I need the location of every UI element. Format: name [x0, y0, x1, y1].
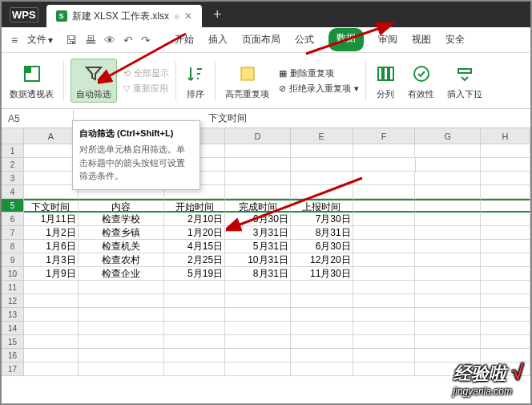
tab-formula[interactable]: 公式	[295, 28, 314, 51]
table-row[interactable]: 81月6日检查机关4月15日5月31日6月30日	[2, 240, 530, 253]
select-all-corner[interactable]	[2, 128, 24, 144]
validation-icon	[412, 61, 431, 87]
header-cell[interactable]: 下文时间	[24, 199, 79, 213]
insert-dropdown-button[interactable]: 插入下拉	[444, 61, 486, 100]
col-header-E[interactable]: E	[291, 128, 353, 144]
document-tab-label: 新建 XLSX 工作表.xlsx	[72, 10, 169, 23]
col-header-A[interactable]: A	[24, 128, 79, 144]
header-cell[interactable]: 内容	[79, 199, 165, 213]
quick-access-toolbar: 🖫 🖶 👁 ↶ ↷	[59, 34, 157, 47]
chevron-down-icon: ▾	[354, 83, 359, 94]
funnel-icon	[84, 61, 103, 87]
table-row[interactable]: 61月11日检查学校2月10日6月30日7月30日	[2, 213, 530, 226]
svg-rect-3	[378, 67, 382, 80]
row-empty[interactable]: 13	[2, 308, 530, 322]
table-row[interactable]: 71月2日检查乡镇1月20日3月31日8月31日	[2, 226, 530, 240]
check-icon: √	[511, 360, 522, 384]
print-icon[interactable]: 🖶	[85, 34, 96, 47]
col-header-D[interactable]: D	[225, 128, 291, 144]
header-cell[interactable]: 开始时间	[164, 199, 225, 213]
show-all-button[interactable]: ⟲全部显示	[123, 67, 169, 79]
tab-data[interactable]: 数据	[328, 28, 364, 51]
pivot-table-button[interactable]: 数据透视表	[6, 61, 57, 100]
insert-dropdown-label: 插入下拉	[447, 88, 482, 100]
ribbon-tabs: 开始 插入 页面布局 公式 数据 审阅 视图 安全	[175, 28, 465, 51]
separator	[365, 61, 366, 101]
sort-button[interactable]: 排序	[183, 61, 208, 100]
tooltip-body: 对所选单元格启用筛选。单击标题中的箭头按钮可设置筛选条件。	[79, 143, 193, 183]
svg-rect-5	[389, 67, 393, 80]
delete-dup-button[interactable]: ▦删除重复项	[279, 67, 359, 79]
tab-home[interactable]: 开始	[175, 28, 194, 51]
tab-view[interactable]: 视图	[412, 28, 431, 51]
reapply-icon: ▽	[123, 83, 130, 94]
autofilter-tooltip: 自动筛选 (Ctrl+Shift+L) 对所选单元格启用筛选。单击标题中的箭头按…	[72, 120, 200, 190]
xlsx-icon: S	[56, 10, 67, 22]
tab-pagelayout[interactable]: 页面布局	[242, 28, 280, 51]
close-tab-icon[interactable]: ✕	[184, 10, 192, 22]
text-to-columns-button[interactable]: 分列	[373, 61, 398, 100]
redo-icon[interactable]: ↷	[141, 34, 151, 47]
pivot-label: 数据透视表	[10, 88, 54, 100]
title-bar: WPS S 新建 XLSX 工作表.xlsx ⟐ ✕ +	[2, 2, 530, 27]
tab-insert[interactable]: 插入	[208, 28, 228, 51]
filter-sub-buttons: ⟲全部显示 ▽重新应用	[123, 67, 169, 95]
sort-icon	[186, 61, 205, 87]
row-empty[interactable]: 16	[2, 349, 530, 362]
columns-icon	[376, 61, 395, 87]
col-header-H[interactable]: H	[481, 128, 530, 144]
delete-dup-icon: ▦	[279, 68, 287, 79]
ribbon: 数据透视表 自动筛选 ⟲全部显示 ▽重新应用 排序 高亮重复项 ▦删除重复项 ⊘…	[2, 53, 530, 109]
autofilter-label: 自动筛选	[76, 88, 111, 100]
watermark: 经验啦 √ jingyanla.com	[453, 360, 522, 397]
reject-dup-button[interactable]: ⊘拒绝录入重复项▾	[279, 83, 359, 95]
reapply-button[interactable]: ▽重新应用	[123, 83, 169, 95]
table-row[interactable]: 91月3日检查农村2月25日10月31日12月20日	[2, 253, 530, 267]
row-empty[interactable]: 17	[2, 362, 530, 376]
wps-logo-text: WPS	[10, 7, 38, 22]
col-header-F[interactable]: F	[353, 128, 416, 144]
reject-dup-icon: ⊘	[279, 83, 286, 94]
tab-security[interactable]: 安全	[445, 28, 465, 51]
row-empty[interactable]: 12	[2, 294, 530, 308]
validation-label: 有效性	[408, 88, 434, 100]
row-empty[interactable]: 14	[2, 322, 530, 335]
sort-label: 排序	[187, 88, 204, 100]
highlight-dup-button[interactable]: 高亮重复项	[222, 61, 272, 100]
highlight-icon	[238, 61, 257, 87]
svg-rect-1	[25, 67, 31, 73]
row-empty[interactable]: 11	[2, 281, 530, 294]
tab-review[interactable]: 审阅	[378, 28, 397, 51]
header-cell[interactable]: 完成时间	[225, 199, 291, 213]
svg-rect-4	[384, 67, 388, 80]
row-empty[interactable]: 15	[2, 335, 530, 349]
show-all-icon: ⟲	[123, 68, 131, 79]
pivot-icon	[22, 61, 42, 87]
wps-logo: WPS	[2, 7, 46, 22]
undo-icon[interactable]: ↶	[123, 34, 133, 47]
tooltip-title: 自动筛选 (Ctrl+Shift+L)	[79, 128, 193, 140]
document-tab[interactable]: S 新建 XLSX 工作表.xlsx ⟐ ✕	[46, 5, 202, 28]
autofilter-button[interactable]: 自动筛选	[71, 59, 117, 103]
table-row[interactable]: 101月9日检查企业5月19日8月31日11月30日	[2, 267, 530, 281]
separator	[175, 61, 176, 101]
pin-icon[interactable]: ⟐	[174, 10, 179, 22]
new-tab-button[interactable]: +	[202, 6, 233, 23]
separator	[215, 61, 216, 101]
chevron-down-icon: ▾	[48, 34, 53, 46]
name-box[interactable]: A5	[2, 109, 74, 128]
svg-rect-2	[241, 67, 254, 80]
menu-bar: ≡ 文件▾ 🖫 🖶 👁 ↶ ↷ 开始 插入 页面布局 公式 数据 审阅 视图 安…	[2, 27, 530, 53]
col-header-G[interactable]: G	[415, 128, 481, 144]
svg-point-6	[414, 67, 429, 81]
validation-button[interactable]: 有效性	[405, 61, 437, 100]
row-5-selected[interactable]: 5 下文时间 内容 开始时间 完成时间 上报时间	[2, 199, 530, 213]
svg-rect-7	[458, 69, 471, 73]
save-icon[interactable]: 🖫	[66, 34, 77, 47]
dropdown-icon	[455, 61, 474, 87]
file-menu[interactable]: 文件▾	[22, 33, 58, 47]
preview-icon[interactable]: 👁	[104, 34, 115, 47]
dup-sub-buttons: ▦删除重复项 ⊘拒绝录入重复项▾	[279, 67, 359, 95]
hamburger-icon[interactable]: ≡	[8, 34, 21, 47]
header-cell[interactable]: 上报时间	[291, 199, 353, 213]
